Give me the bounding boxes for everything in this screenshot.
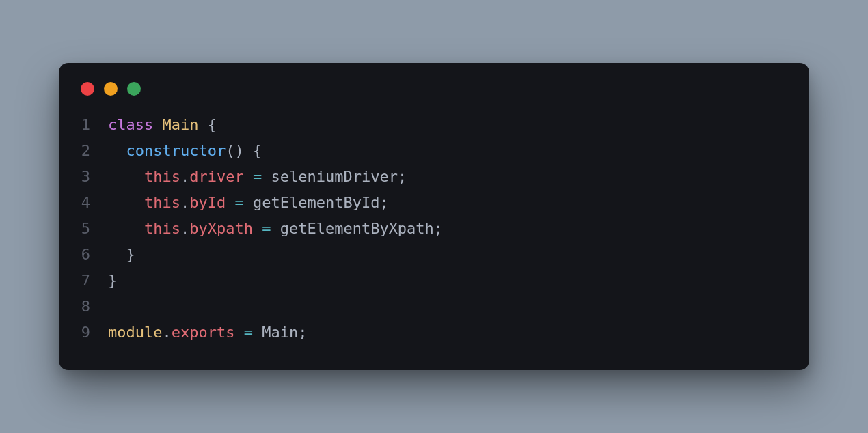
code-content: constructor() { (108, 138, 262, 164)
maximize-icon[interactable] (127, 82, 141, 96)
code-line: 7} (78, 268, 790, 294)
code-line: 6 } (78, 242, 790, 268)
code-content: this.driver = seleniumDriver; (108, 164, 407, 190)
code-line: 4 this.byId = getElementById; (78, 190, 790, 216)
code-content: } (108, 268, 117, 294)
line-number: 1 (78, 112, 108, 138)
line-number: 2 (78, 138, 108, 164)
line-number: 5 (78, 216, 108, 242)
minimize-icon[interactable] (104, 82, 118, 96)
line-number: 9 (78, 320, 108, 346)
close-icon[interactable] (81, 82, 94, 96)
line-number: 3 (78, 164, 108, 190)
line-number: 4 (78, 190, 108, 216)
line-number: 7 (78, 268, 108, 294)
window-titlebar (59, 63, 809, 108)
code-line: 3 this.driver = seleniumDriver; (78, 164, 790, 190)
code-content: this.byId = getElementById; (108, 190, 389, 216)
code-line: 5 this.byXpath = getElementByXpath; (78, 216, 790, 242)
code-editor[interactable]: 1class Main {2 constructor() {3 this.dri… (59, 108, 809, 370)
code-content: } (108, 242, 135, 268)
line-number: 8 (78, 294, 108, 320)
code-window: 1class Main {2 constructor() {3 this.dri… (59, 63, 809, 370)
code-line: 2 constructor() { (78, 138, 790, 164)
code-content: this.byXpath = getElementByXpath; (108, 216, 443, 242)
code-line: 8 (78, 294, 790, 320)
code-content: class Main { (108, 112, 217, 138)
code-line: 9module.exports = Main; (78, 320, 790, 346)
code-content: module.exports = Main; (108, 320, 307, 346)
line-number: 6 (78, 242, 108, 268)
code-line: 1class Main { (78, 112, 790, 138)
